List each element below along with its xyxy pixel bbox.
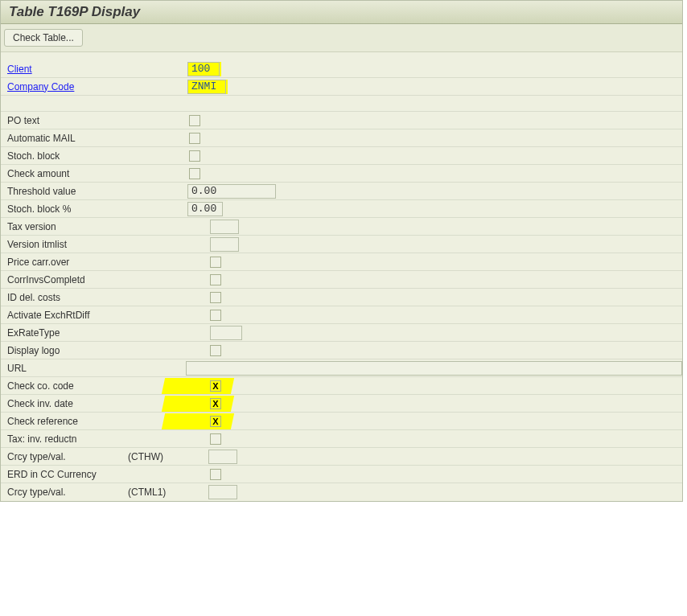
po-text-checkbox[interactable] bbox=[189, 115, 200, 126]
id-del-costs-label: ID del. costs bbox=[7, 292, 128, 303]
display-logo-label: Display logo bbox=[7, 345, 128, 356]
stoch-block-label: Stoch. block bbox=[7, 150, 128, 162]
row-price-carr-over: Price carr.over bbox=[1, 253, 682, 271]
check-inv-date-highlight: X bbox=[187, 396, 221, 411]
stoch-block-pct-label: Stoch. block % bbox=[7, 203, 128, 215]
erd-in-cc-currency-label: ERD in CC Currency bbox=[7, 469, 128, 480]
company-code-label[interactable]: Company Code bbox=[7, 81, 128, 92]
row-client: Client 100 bbox=[1, 60, 682, 78]
price-carr-over-checkbox[interactable] bbox=[210, 257, 221, 268]
check-table-button[interactable]: Check Table... bbox=[4, 29, 83, 47]
row-check-co-code: Check co. code X bbox=[1, 377, 682, 395]
row-stoch-block: Stoch. block bbox=[1, 147, 682, 165]
check-reference-checkbox[interactable]: X bbox=[210, 416, 221, 427]
tax-inv-reductn-checkbox[interactable] bbox=[210, 433, 221, 445]
ex-rate-type-label: ExRateType bbox=[7, 327, 128, 339]
row-url: URL bbox=[1, 359, 682, 377]
check-co-code-highlight: X bbox=[187, 379, 221, 393]
row-check-reference: Check reference X bbox=[1, 413, 682, 430]
row-erd-in-cc-currency: ERD in CC Currency bbox=[1, 466, 682, 483]
id-del-costs-checkbox[interactable] bbox=[210, 292, 221, 303]
erd-in-cc-currency-checkbox[interactable] bbox=[210, 469, 221, 480]
check-reference-label: Check reference bbox=[7, 416, 128, 427]
tax-inv-reductn-label: Tax: inv. reductn bbox=[7, 433, 128, 445]
check-co-code-label: Check co. code bbox=[7, 380, 128, 392]
row-check-amount: Check amount bbox=[1, 165, 682, 183]
price-carr-over-label: Price carr.over bbox=[7, 257, 128, 268]
automatic-mail-checkbox[interactable] bbox=[189, 133, 200, 144]
stoch-block-pct-input[interactable] bbox=[187, 202, 223, 216]
corr-invs-completd-checkbox[interactable] bbox=[210, 274, 221, 285]
check-inv-date-checkbox[interactable]: X bbox=[210, 398, 221, 409]
client-highlight: 100 bbox=[187, 62, 221, 76]
crcy-type-val-label-1: Crcy type/val. bbox=[7, 451, 128, 462]
row-display-logo: Display logo bbox=[1, 342, 682, 359]
row-check-inv-date: Check inv. date X bbox=[1, 395, 682, 413]
row-company-code: Company Code ZNMI bbox=[1, 78, 682, 96]
activate-exchrtdiff-label: Activate ExchRtDiff bbox=[7, 310, 128, 321]
url-label: URL bbox=[7, 363, 186, 374]
row-threshold-value: Threshold value bbox=[1, 183, 682, 200]
row-tax-version: Tax version bbox=[1, 218, 682, 236]
row-ex-rate-type: ExRateType bbox=[1, 324, 682, 342]
page-title: Table T169P Display bbox=[9, 4, 140, 19]
titlebar: Table T169P Display bbox=[1, 1, 682, 24]
company-code-highlight: ZNMI bbox=[187, 80, 228, 94]
version-itemlist-input[interactable] bbox=[210, 237, 239, 252]
cthw-label: (CTHW) bbox=[128, 451, 186, 462]
ex-rate-type-input[interactable] bbox=[210, 326, 242, 340]
row-corr-invs-completd: CorrInvsCompletd bbox=[1, 271, 682, 289]
display-logo-checkbox[interactable] bbox=[210, 345, 221, 356]
check-inv-date-label: Check inv. date bbox=[7, 398, 128, 409]
check-reference-highlight: X bbox=[187, 414, 221, 429]
row-automatic-mail: Automatic MAIL bbox=[1, 129, 682, 147]
row-stoch-block-pct: Stoch. block % bbox=[1, 200, 682, 218]
row-tax-inv-reductn: Tax: inv. reductn bbox=[1, 430, 682, 448]
corr-invs-completd-label: CorrInvsCompletd bbox=[7, 274, 128, 285]
check-amount-checkbox[interactable] bbox=[189, 168, 200, 179]
content-area: Client 100 Company Code ZNMI PO text Aut… bbox=[1, 52, 682, 501]
row-crcy-type-val-ctml1: Crcy type/val. (CTML1) bbox=[1, 483, 682, 501]
crcy-type-val-label-2: Crcy type/val. bbox=[7, 487, 128, 498]
crcy-type-val-cthw-input[interactable] bbox=[208, 450, 237, 464]
tax-version-label: Tax version bbox=[7, 221, 128, 232]
row-version-itemlist: Version itmlist bbox=[1, 236, 682, 253]
ctml1-label: (CTML1) bbox=[128, 487, 186, 498]
stoch-block-checkbox[interactable] bbox=[189, 150, 200, 162]
row-po-text: PO text bbox=[1, 112, 682, 129]
window: Table T169P Display Check Table... Clien… bbox=[0, 0, 683, 502]
company-code-value: ZNMI bbox=[187, 80, 226, 94]
client-value: 100 bbox=[187, 62, 220, 76]
url-input[interactable] bbox=[186, 361, 682, 376]
activate-exchrtdiff-checkbox[interactable] bbox=[210, 310, 221, 321]
row-id-del-costs: ID del. costs bbox=[1, 289, 682, 306]
threshold-value-label: Threshold value bbox=[7, 186, 128, 197]
check-co-code-checkbox[interactable]: X bbox=[210, 380, 221, 392]
po-text-label: PO text bbox=[7, 115, 128, 126]
client-label[interactable]: Client bbox=[7, 64, 128, 75]
crcy-type-val-ctml1-input[interactable] bbox=[208, 485, 237, 499]
check-amount-label: Check amount bbox=[7, 168, 128, 179]
tax-version-input[interactable] bbox=[210, 220, 239, 234]
toolbar: Check Table... bbox=[1, 24, 682, 52]
version-itemlist-label: Version itmlist bbox=[7, 239, 128, 250]
row-crcy-type-val-cthw: Crcy type/val. (CTHW) bbox=[1, 448, 682, 466]
automatic-mail-label: Automatic MAIL bbox=[7, 133, 128, 144]
threshold-value-input[interactable] bbox=[187, 184, 276, 199]
row-activate-exchrtdiff: Activate ExchRtDiff bbox=[1, 306, 682, 324]
